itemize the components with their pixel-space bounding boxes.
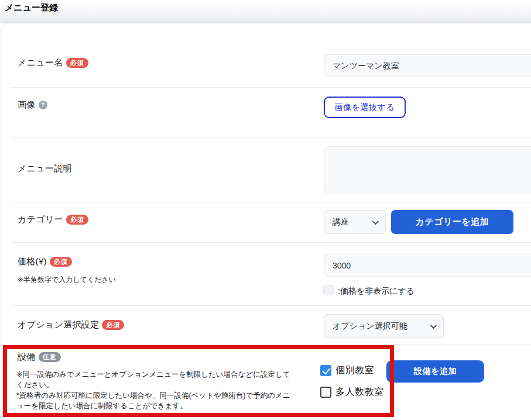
row-divider — [11, 242, 531, 243]
menu-name-label-text: メニュー名 — [18, 57, 63, 68]
select-image-button[interactable]: 画像を選抜する — [324, 97, 406, 118]
optional-badge: 任意 — [39, 352, 61, 362]
required-badge: 必須 — [66, 215, 88, 225]
equipment-notes: ※同一設備のみでメニューとオプションメニューを制限したい場合などに設定してくださ… — [16, 369, 290, 411]
image-label: 画像 ? — [18, 99, 47, 111]
menu-name-label: メニュー名 必須 — [18, 57, 88, 68]
equipment-checkbox-group[interactable] — [320, 387, 331, 398]
equipment-note-1: ※同一設備のみでメニューとオプションメニューを制限したい場合などに設定してくださ… — [16, 369, 290, 390]
category-selected-value: 講座 — [333, 217, 349, 228]
help-icon[interactable]: ? — [39, 101, 47, 109]
equipment-label-text: 設備 — [18, 352, 36, 363]
price-label: 価格(¥) 必須 — [18, 256, 72, 267]
required-badge: 必須 — [102, 320, 124, 330]
equipment-checkbox-private-label: 個別教室 — [335, 364, 374, 377]
page-header: メニュー登録 — [0, 0, 531, 23]
price-label-text: 価格(¥) — [18, 256, 47, 267]
chevron-down-icon — [372, 218, 379, 224]
category-label-text: カテゴリー — [18, 214, 63, 225]
row-divider — [11, 305, 531, 306]
price-note: ※半角数字で入力してください — [18, 275, 116, 285]
hide-price-label: :価格を非表示にする — [338, 286, 414, 297]
option-selected-value: オプション選択可能 — [333, 321, 407, 332]
row-divider — [11, 344, 531, 345]
equipment-label: 設備 任意 — [18, 352, 61, 363]
equipment-checkbox-group-label: 多人数教室 — [335, 386, 384, 398]
menu-name-input[interactable] — [324, 54, 531, 77]
equipment-checkbox-private[interactable] — [320, 365, 331, 376]
add-category-button[interactable]: カテゴリーを追加 — [391, 210, 513, 234]
option-setting-label-text: オプション選択設定 — [18, 319, 99, 331]
category-label: カテゴリー 必須 — [18, 214, 88, 225]
row-divider — [11, 87, 531, 88]
option-setting-label: オプション選択設定 必須 — [18, 319, 124, 331]
price-input[interactable] — [324, 254, 531, 277]
row-divider — [11, 137, 531, 138]
category-select[interactable]: 講座 — [324, 210, 386, 234]
description-textarea[interactable] — [324, 146, 531, 194]
chevron-down-icon — [430, 322, 437, 328]
page-title: メニュー登録 — [5, 2, 58, 13]
hide-price-checkbox[interactable] — [323, 285, 334, 295]
equipment-note-2: *資格者のみ対応可能に限定したい場合や、同一設備(ベットや施術台)で予約のメニュ… — [16, 390, 290, 411]
required-badge: 必須 — [50, 257, 72, 267]
option-select[interactable]: オプション選択可能 — [324, 314, 444, 338]
description-label: メニュー説明 — [18, 163, 72, 174]
image-label-text: 画像 — [18, 99, 36, 111]
menu-registration-screen: メニュー登録 メニュー名 必須 画像 ? 画像を選抜する メニュー説明 カテゴリ… — [0, 0, 531, 420]
required-badge: 必須 — [66, 58, 88, 68]
add-equipment-button[interactable]: 設備を追加 — [386, 360, 484, 383]
row-divider — [11, 202, 531, 202]
description-label-text: メニュー説明 — [18, 163, 72, 174]
